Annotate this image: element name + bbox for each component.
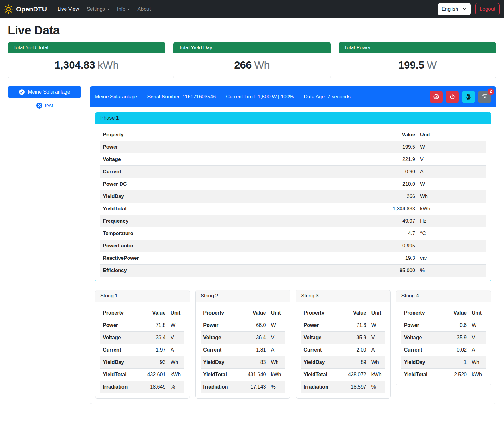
cell-val: 17.143 — [241, 381, 269, 393]
table-row: YieldDay266Wh — [100, 190, 486, 203]
event-count-badge: 2 — [488, 88, 494, 95]
cell-val: 4.7 — [380, 227, 418, 240]
logout-button[interactable]: Logout — [475, 3, 500, 15]
limit-settings-button[interactable] — [430, 91, 443, 103]
string-data-table: PropertyValueUnitPower0.6WVoltage35.9VCu… — [401, 307, 486, 381]
string-data-table: PropertyValueUnitPower71.6WVoltage35.9VC… — [301, 307, 385, 393]
table-row: Temperature4.7°C — [100, 227, 486, 240]
card-unit: kWh — [98, 59, 119, 71]
cell-prop: Voltage — [100, 153, 380, 166]
cell-prop: Voltage — [201, 332, 240, 344]
table-row: YieldTotal1,304.833kWh — [100, 203, 486, 215]
cell-unit: V — [269, 332, 285, 344]
table-header-row: PropertyValueUnit — [100, 129, 486, 141]
cell-prop: YieldDay — [100, 190, 380, 203]
inverter-button-selected[interactable]: Meine Solaranlage — [8, 86, 81, 98]
nav-item-info[interactable]: Info — [115, 4, 133, 15]
table-row: Voltage221.9V — [100, 153, 486, 166]
cell-val: 89 — [341, 356, 369, 369]
cell-val: 71.6 — [341, 319, 369, 332]
cell-val: 95.000 — [380, 265, 418, 277]
cell-val: 18.649 — [140, 381, 168, 393]
table-row: ReactivePower19.3var — [100, 252, 486, 265]
cell-val: 49.97 — [380, 215, 418, 227]
language-select[interactable]: English — [438, 3, 471, 15]
table-row: Power199.5W — [100, 141, 486, 153]
table-row: Voltage36.4V — [100, 332, 184, 344]
cell-unit: kWh — [469, 369, 486, 381]
serial-number: Serial Number: 116171603546 — [147, 94, 216, 100]
table-row: Power DC210.0W — [100, 178, 486, 190]
nav-links: Live View Settings Info About — [55, 4, 153, 15]
string-data-table: PropertyValueUnitPower71.8WVoltage36.4VC… — [100, 307, 184, 393]
column-header: Unit — [168, 307, 184, 319]
cell-val: 18.597 — [341, 381, 369, 393]
chevron-down-icon — [463, 7, 467, 11]
brand-label: OpenDTU — [16, 5, 47, 13]
card-unit: Wh — [254, 59, 270, 71]
x-circle-icon — [36, 102, 43, 109]
cell-prop: Temperature — [100, 227, 380, 240]
table-row: YieldDay83Wh — [201, 356, 285, 369]
cell-val: 199.5 — [380, 141, 418, 153]
string-card-4: String 4 PropertyValueUnitPower0.6WVolta… — [396, 290, 491, 386]
inverter-name: Meine Solaranlage — [28, 89, 70, 95]
cell-unit: V — [418, 153, 486, 166]
table-row: YieldTotal431.640kWh — [201, 369, 285, 381]
cell-unit: W — [269, 319, 285, 332]
table-row: Irradiation18.649% — [100, 381, 184, 393]
device-info-button[interactable] — [462, 91, 475, 103]
cell-prop: Efficiency — [100, 265, 380, 277]
power-icon — [449, 94, 455, 100]
table-row: YieldDay1Wh — [401, 356, 486, 369]
cell-unit: var — [418, 252, 486, 265]
cell-val: 1 — [441, 356, 469, 369]
string-card-3: String 3 PropertyValueUnitPower71.6WVolt… — [296, 290, 391, 399]
cell-val: 266 — [380, 190, 418, 203]
nav-item-about[interactable]: About — [135, 4, 153, 15]
brand-link[interactable]: OpenDTU — [4, 4, 47, 14]
table-row: YieldDay93Wh — [100, 356, 184, 369]
inverter-button-test[interactable]: test — [36, 102, 53, 109]
nav-item-live-view[interactable]: Live View — [55, 4, 82, 15]
cell-prop: Current — [100, 344, 140, 356]
event-log-button[interactable]: 2 — [478, 91, 491, 103]
cell-unit: Wh — [418, 190, 486, 203]
inverter-panel-name: Meine Solaranlage — [95, 94, 137, 100]
string-data-table: PropertyValueUnitPower66.0WVoltage36.4VC… — [201, 307, 285, 393]
check-circle-icon — [19, 89, 25, 95]
cell-unit: A — [168, 344, 184, 356]
cell-prop: Power DC — [100, 178, 380, 190]
table-row: Current0.90A — [100, 166, 486, 178]
current-limit: Current Limit: 1,500 W | 100% — [226, 94, 294, 100]
cell-val: 36.4 — [241, 332, 269, 344]
sun-icon — [4, 4, 13, 14]
page-title: Live Data — [8, 24, 496, 37]
cell-unit: A — [418, 166, 486, 178]
power-toggle-button[interactable] — [446, 91, 459, 103]
cell-val: 19.3 — [380, 252, 418, 265]
column-header: Unit — [369, 307, 385, 319]
cell-prop: Current — [401, 344, 441, 356]
nav-item-settings[interactable]: Settings — [84, 4, 112, 15]
cell-unit: % — [269, 381, 285, 393]
card-title: Total Yield Total — [8, 42, 165, 53]
table-row: Current1.81A — [201, 344, 285, 356]
cell-prop: Voltage — [301, 332, 341, 344]
string-card-title: String 4 — [396, 290, 491, 302]
table-header-row: PropertyValueUnit — [401, 307, 486, 319]
table-row: Irradiation17.143% — [201, 381, 285, 393]
cell-val: 0.6 — [441, 319, 469, 332]
main-content: Live Data Total Yield Total 1,304.83kWh … — [0, 24, 504, 410]
cpu-icon — [465, 94, 472, 100]
cell-unit: V — [168, 332, 184, 344]
cell-unit: Wh — [369, 356, 385, 369]
cell-val: 210.0 — [380, 178, 418, 190]
cell-unit: A — [469, 344, 486, 356]
cell-unit: W — [369, 319, 385, 332]
cell-prop: YieldDay — [401, 356, 441, 369]
string-card-1: String 1 PropertyValueUnitPower71.8WVolt… — [95, 290, 190, 399]
table-row: YieldTotal438.072kWh — [301, 369, 385, 381]
table-row: Frequency49.97Hz — [100, 215, 486, 227]
cell-prop: Irradiation — [301, 381, 341, 393]
